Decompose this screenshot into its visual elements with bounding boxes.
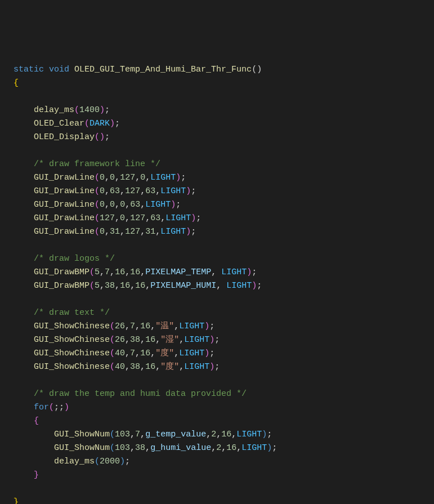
call-drawline-3: GUI_DrawLine(0,0,0,63,LIGHT); bbox=[14, 198, 434, 212]
call-drawline-2: GUI_DrawLine(0,63,127,63,LIGHT); bbox=[14, 185, 434, 198]
brace-open: { bbox=[14, 77, 434, 90]
call-showchinese-3: GUI_ShowChinese(40,7,16,"度",LIGHT); bbox=[14, 347, 434, 360]
keyword-static: static bbox=[14, 65, 44, 74]
comment-logos: /* draw logos */ bbox=[14, 252, 434, 266]
call-display: OLED_Display(); bbox=[14, 131, 434, 144]
line-signature: static void OLED_GUI_Temp_And_Humi_Bar_T… bbox=[14, 63, 434, 77]
call-drawline-5: GUI_DrawLine(0,31,127,31,LIGHT); bbox=[14, 225, 434, 239]
code-editor[interactable]: static void OLED_GUI_Temp_And_Humi_Bar_T… bbox=[14, 63, 434, 504]
call-delay: delay_ms(1400); bbox=[14, 104, 434, 117]
comment-framework: /* draw framework line */ bbox=[14, 158, 434, 171]
call-drawline-1: GUI_DrawLine(0,0,127,0,LIGHT); bbox=[14, 171, 434, 185]
call-drawline-4: GUI_DrawLine(127,0,127,63,LIGHT); bbox=[14, 212, 434, 225]
call-drawbmp-1: GUI_DrawBMP(5,7,16,16,PIXELMAP_TEMP, LIG… bbox=[14, 266, 434, 279]
call-shownum-2: GUI_ShowNum(103,38,g_humi_value,2,16,LIG… bbox=[14, 441, 434, 455]
for-brace-close: } bbox=[14, 469, 434, 482]
keyword-void: void bbox=[49, 65, 69, 74]
call-clear: OLED_Clear(DARK); bbox=[14, 117, 434, 131]
call-showchinese-2: GUI_ShowChinese(26,38,16,"湿",LIGHT); bbox=[14, 333, 434, 347]
brace-close: } bbox=[14, 496, 434, 504]
call-showchinese-1: GUI_ShowChinese(26,7,16,"温",LIGHT); bbox=[14, 320, 434, 333]
for-brace-open: { bbox=[14, 414, 434, 428]
comment-text: /* draw text */ bbox=[14, 306, 434, 320]
call-drawbmp-2: GUI_DrawBMP(5,38,16,16,PIXELMAP_HUMI, LI… bbox=[14, 279, 434, 293]
call-delay2: delay_ms(2000); bbox=[14, 455, 434, 469]
for-loop: for(;;) bbox=[14, 401, 434, 414]
comment-data: /* draw the temp and humi data provided … bbox=[14, 387, 434, 401]
function-name: OLED_GUI_Temp_And_Humi_Bar_Thr_Func bbox=[74, 65, 252, 74]
call-shownum-1: GUI_ShowNum(103,7,g_temp_value,2,16,LIGH… bbox=[14, 428, 434, 441]
call-showchinese-4: GUI_ShowChinese(40,38,16,"度",LIGHT); bbox=[14, 360, 434, 374]
